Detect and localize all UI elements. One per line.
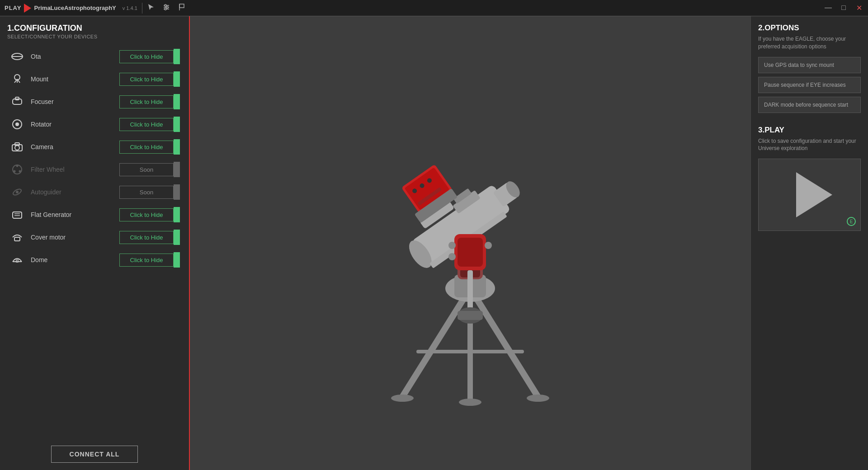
main-layout: 1.CONFIGURATION SELECT/CONNECT YOUR DEVI… (0, 16, 868, 470)
play-chevron-icon (796, 172, 832, 217)
camera-click-hide-button[interactable]: Click to Hide (119, 141, 174, 154)
option-gps-sync-button[interactable]: Use GPS data to sync mount (758, 57, 861, 73)
center-panel (190, 16, 750, 470)
options-title: 2.OPTIONS (758, 24, 861, 33)
play-title: 3.PLAY (758, 126, 861, 135)
play-button[interactable]: E (758, 159, 861, 231)
focuser-click-hide-button[interactable]: Click to Hide (119, 95, 174, 108)
connect-all-button[interactable]: CONNECT ALL (51, 446, 138, 463)
svg-line-32 (402, 288, 470, 397)
app-name: PrimaLuceAstrophotographY (34, 5, 116, 11)
play-label: PLAY (5, 5, 21, 11)
svg-point-62 (485, 242, 492, 249)
cursor-icon[interactable] (147, 3, 155, 13)
filter-wheel-status-bar (174, 162, 180, 177)
autoguider-soon-button: Soon (119, 186, 174, 199)
filter-wheel-icon (9, 161, 25, 178)
svg-rect-29 (14, 237, 20, 241)
rotator-name: Rotator (31, 121, 114, 128)
camera-icon (9, 139, 25, 155)
device-row-filter-wheel: Filter WheelSoon (7, 159, 182, 180)
autoguider-name: Autoguider (31, 188, 114, 196)
rotator-icon (9, 116, 25, 132)
cover-motor-click-hide-button[interactable]: Click to Hide (119, 231, 174, 244)
titlebar-separator (142, 3, 142, 14)
dome-icon (9, 252, 25, 268)
dome-btn-wrap: Click to Hide (119, 252, 180, 268)
svg-point-5 (165, 8, 166, 10)
ota-icon (9, 48, 25, 65)
svg-rect-26 (13, 212, 22, 218)
cover-motor-icon (9, 229, 25, 245)
mount-click-hide-button[interactable]: Click to Hide (119, 73, 174, 86)
camera-status-bar (174, 139, 180, 155)
device-row-mount: MountClick to Hide (7, 68, 182, 90)
option-dark-mode-button[interactable]: DARK mode before sequence start (758, 97, 861, 113)
flat-generator-btn-wrap: Click to Hide (119, 207, 180, 222)
svg-point-36 (391, 395, 414, 402)
autoguider-status-bar (174, 184, 180, 200)
ota-click-hide-button[interactable]: Click to Hide (119, 50, 174, 63)
autoguider-icon (9, 184, 25, 200)
titlebar: PLAY PrimaLuceAstrophotographY v 1.4.1 —… (0, 0, 868, 16)
device-row-ota: OtaClick to Hide (7, 46, 182, 67)
rotator-click-hide-button[interactable]: Click to Hide (119, 118, 174, 131)
mount-btn-wrap: Click to Hide (119, 71, 180, 87)
filter-wheel-name: Filter Wheel (31, 166, 114, 173)
dome-click-hide-button[interactable]: Click to Hide (119, 254, 174, 267)
focuser-name: Focuser (31, 98, 114, 105)
focuser-icon (9, 94, 25, 110)
svg-rect-66 (458, 311, 483, 320)
toolbar-icons (147, 3, 186, 13)
device-row-cover-motor: Cover motorClick to Hide (7, 226, 182, 248)
left-panel: 1.CONFIGURATION SELECT/CONNECT YOUR DEVI… (0, 16, 190, 470)
mount-icon (9, 71, 25, 87)
svg-point-3 (165, 5, 166, 6)
sliders-icon[interactable] (162, 3, 170, 13)
camera-btn-wrap: Click to Hide (119, 139, 180, 155)
flat-generator-click-hide-button[interactable]: Click to Hide (119, 208, 174, 221)
cover-motor-btn-wrap: Click to Hide (119, 230, 180, 245)
ota-status-bar (174, 49, 180, 64)
filter-wheel-soon-button: Soon (119, 163, 174, 176)
options-buttons: Use GPS data to sync mountPause sequence… (758, 57, 861, 113)
telescope-illustration (339, 80, 601, 406)
window-controls: — □ ✕ (824, 4, 863, 12)
device-row-flat-generator: Flat GeneratorClick to Hide (7, 204, 182, 226)
ota-btn-wrap: Click to Hide (119, 49, 180, 64)
mount-name: Mount (31, 75, 114, 83)
svg-point-25 (16, 191, 19, 193)
camera-name: Camera (31, 143, 114, 150)
dome-status-bar (174, 252, 180, 268)
svg-point-21 (16, 165, 19, 167)
app-version: v 1.4.1 (123, 5, 137, 11)
svg-point-16 (15, 122, 19, 126)
options-section: 2.OPTIONS If you have the EAGLE, choose … (758, 24, 861, 117)
device-row-camera: CameraClick to Hide (7, 136, 182, 158)
eagle-link-icon[interactable]: E (847, 217, 856, 226)
logo-triangle-icon (24, 4, 31, 13)
svg-point-23 (14, 170, 16, 173)
device-row-focuser: FocuserClick to Hide (7, 91, 182, 113)
flag-icon[interactable] (178, 3, 186, 13)
minimize-button[interactable]: — (824, 4, 833, 12)
svg-point-38 (459, 399, 481, 406)
close-button[interactable]: ✕ (854, 4, 863, 12)
focuser-btn-wrap: Click to Hide (119, 94, 180, 109)
maximize-button[interactable]: □ (839, 4, 848, 12)
device-row-autoguider: AutoguiderSoon (7, 181, 182, 203)
svg-rect-60 (458, 238, 483, 267)
config-section-subtitle: SELECT/CONNECT YOUR DEVICES (7, 34, 182, 39)
svg-point-18 (15, 146, 19, 150)
play-description: Click to save configuration and start yo… (758, 137, 861, 153)
rotator-status-bar (174, 117, 180, 132)
rotator-btn-wrap: Click to Hide (119, 117, 180, 132)
device-list: OtaClick to HideMountClick to HideFocuse… (7, 46, 182, 440)
svg-point-37 (527, 395, 549, 402)
focuser-status-bar (174, 94, 180, 109)
options-description: If you have the EAGLE, choose your prefe… (758, 35, 861, 51)
filter-wheel-btn-wrap: Soon (119, 162, 180, 177)
play-section: 3.PLAY Click to save configuration and s… (758, 126, 861, 231)
option-pause-eye-button[interactable]: Pause sequence if EYE increases (758, 77, 861, 93)
mount-status-bar (174, 71, 180, 87)
